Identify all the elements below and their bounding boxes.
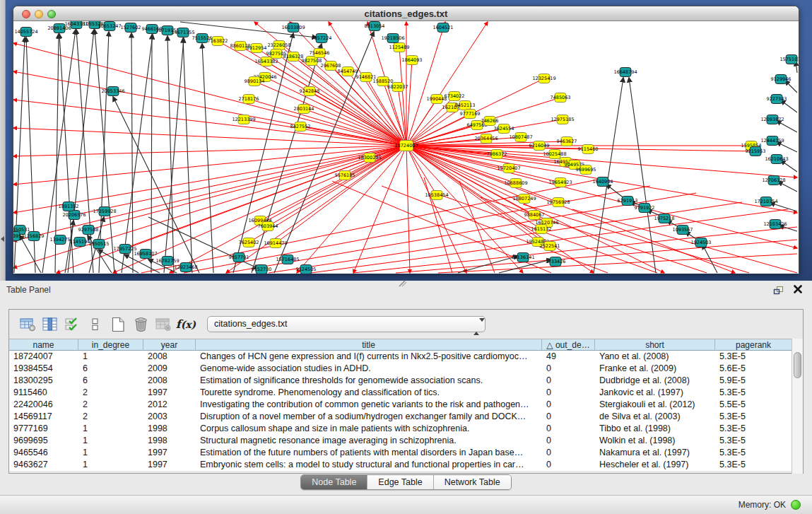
cell-title[interactable]: Embryonic stem cells: a model to study s… — [196, 459, 542, 471]
cell-title[interactable]: Tourette syndrome. Phenomenology and cla… — [196, 387, 542, 399]
cell-name[interactable]: 18300295 — [9, 375, 78, 387]
column-header-name[interactable]: name — [9, 339, 78, 351]
table-row[interactable]: 977716911998Corpus callosum shape and si… — [9, 423, 803, 435]
network-edge[interactable] — [202, 44, 213, 273]
cell-title[interactable]: Changes of HCN gene expression and I(f) … — [196, 351, 542, 363]
table-row[interactable]: 946554611997Estimation of the future num… — [9, 447, 803, 459]
cell-pagerank[interactable]: 5.5E-5 — [715, 399, 792, 411]
network-edge[interactable] — [13, 100, 406, 146]
network-edge[interactable] — [406, 146, 560, 182]
control-panel-collapsed-strip[interactable] — [0, 0, 6, 281]
cell-year[interactable]: 1997 — [143, 387, 196, 399]
table-row[interactable]: 1938455462009Genome-wide association stu… — [9, 363, 803, 375]
network-edge[interactable] — [406, 22, 445, 146]
cell-name[interactable]: 14569117 — [9, 411, 78, 423]
cell-pagerank[interactable]: 5.3E-5 — [715, 387, 792, 399]
table-row[interactable]: 1872400712008Changes of HCN gene express… — [9, 351, 803, 363]
network-edge[interactable] — [353, 227, 797, 273]
column-header-title[interactable]: title — [196, 339, 542, 351]
cell-short[interactable]: Wolkin et al. (1998) — [595, 435, 715, 447]
cell-year[interactable]: 1997 — [143, 447, 196, 459]
cell-in_degree[interactable]: 1 — [78, 351, 143, 363]
cell-in_degree[interactable]: 2 — [78, 399, 143, 411]
tab-edge-table[interactable]: Edge Table — [367, 475, 433, 489]
cell-in_degree[interactable]: 1 — [78, 447, 143, 459]
cell-name[interactable]: 9777169 — [9, 423, 78, 435]
network-edge[interactable] — [785, 81, 797, 93]
cell-out_de[interactable]: 0 — [542, 447, 595, 459]
cell-year[interactable]: 1998 — [143, 435, 196, 447]
cell-pagerank[interactable]: 5.3E-5 — [715, 351, 792, 363]
network-edge[interactable] — [167, 36, 174, 273]
cell-name[interactable]: 18724007 — [9, 351, 78, 363]
network-edge[interactable] — [260, 146, 406, 221]
network-edge[interactable] — [304, 109, 406, 146]
network-edge[interactable] — [276, 54, 406, 146]
cell-pagerank[interactable]: 5.3E-5 — [715, 411, 792, 423]
cell-pagerank[interactable]: 5.9E-5 — [715, 375, 792, 387]
cell-short[interactable]: Tibbo et al. (1998) — [595, 423, 715, 435]
network-frame-window[interactable]: citations_edges.txt 71638228860128891295… — [13, 6, 799, 274]
table-row[interactable]: 911546021997Tourette syndrome. Phenomeno… — [9, 387, 803, 399]
cell-year[interactable]: 2003 — [143, 411, 196, 423]
cell-in_degree[interactable]: 1 — [78, 423, 143, 435]
cell-name[interactable]: 9699695 — [9, 435, 78, 447]
cell-pagerank[interactable]: 5.6E-5 — [715, 363, 792, 375]
cell-year[interactable]: 2009 — [143, 363, 196, 375]
column-header-pagerank[interactable]: pagerank — [715, 339, 792, 351]
float-panel-icon[interactable] — [773, 285, 784, 298]
cell-out_de[interactable]: 0 — [542, 423, 595, 435]
table-row[interactable]: 969969511998Structural magnetic resonanc… — [9, 435, 803, 447]
cell-in_degree[interactable]: 6 — [78, 375, 143, 387]
cell-out_de[interactable]: 0 — [542, 387, 595, 399]
cell-title[interactable]: Estimation of significance thresholds fo… — [196, 375, 542, 387]
function-builder-button[interactable]: f(x) — [175, 314, 197, 335]
cell-title[interactable]: Estimation of the future numbers of pati… — [196, 447, 542, 459]
network-edge[interactable] — [406, 99, 437, 146]
cell-name[interactable]: 19384554 — [9, 363, 78, 375]
cell-in_degree[interactable]: 2 — [78, 411, 143, 423]
table-row[interactable]: 2242004622012Investigating the contribut… — [9, 399, 803, 411]
cell-year[interactable]: 2008 — [143, 375, 196, 387]
network-edge[interactable] — [406, 146, 410, 273]
network-edge[interactable] — [276, 146, 406, 243]
network-edge[interactable] — [74, 146, 406, 215]
cell-year[interactable]: 2012 — [143, 399, 196, 411]
network-edge[interactable] — [13, 146, 406, 156]
cell-in_degree[interactable]: 1 — [78, 459, 143, 471]
show-columns-button[interactable] — [39, 314, 61, 335]
cell-in_degree[interactable]: 6 — [78, 363, 143, 375]
table-row[interactable]: 1456911722003Disruption of a novel membe… — [9, 411, 803, 423]
cell-out_de[interactable]: 0 — [542, 399, 595, 411]
network-edge[interactable] — [406, 146, 797, 177]
collapse-arrow-icon[interactable] — [1, 236, 4, 242]
network-edge[interactable] — [184, 186, 650, 273]
network-edge[interactable] — [606, 185, 625, 199]
cell-title[interactable]: Genome-wide association studies in ADHD. — [196, 363, 542, 375]
cell-out_de[interactable]: 0 — [542, 375, 595, 387]
network-edge[interactable] — [76, 30, 93, 273]
table-select-dropdown[interactable]: citations_edges.txt — [207, 316, 486, 332]
cell-in_degree[interactable]: 2 — [78, 387, 143, 399]
cell-pagerank[interactable]: 5.3E-5 — [715, 423, 792, 435]
cell-short[interactable]: Hescheler et al. (1997) — [595, 459, 715, 471]
cell-in_degree[interactable]: 1 — [78, 435, 143, 447]
network-window-titlebar[interactable]: citations_edges.txt — [13, 6, 799, 21]
cell-out_de[interactable]: 0 — [542, 459, 595, 471]
cell-name[interactable]: 9115460 — [9, 387, 78, 399]
cell-year[interactable]: 1998 — [143, 423, 196, 435]
cell-pagerank[interactable]: 5.3E-5 — [715, 435, 792, 447]
cell-out_de[interactable]: 0 — [542, 363, 595, 375]
column-header-out_de[interactable]: △ out_de… — [542, 339, 595, 351]
cell-short[interactable]: de Silva et al. (2003) — [595, 411, 715, 423]
cell-short[interactable]: Yano et al. (2008) — [595, 351, 715, 363]
cell-out_de[interactable]: 0 — [542, 411, 595, 423]
network-edge[interactable] — [406, 60, 412, 146]
tab-node-table[interactable]: Node Table — [301, 475, 367, 489]
cell-title[interactable]: Disruption of a novel member of a sodium… — [196, 411, 542, 423]
cell-short[interactable]: Dudbridge et al. (2008) — [595, 375, 715, 387]
close-panel-icon[interactable] — [794, 284, 802, 296]
network-edge[interactable] — [122, 35, 153, 273]
cell-out_de[interactable]: 49 — [542, 351, 595, 363]
network-edge[interactable] — [95, 30, 114, 273]
